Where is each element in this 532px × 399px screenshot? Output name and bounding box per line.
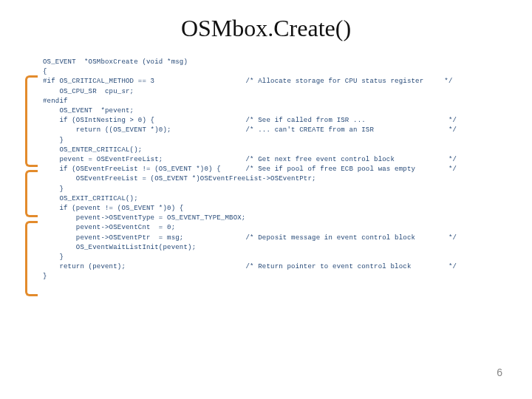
code-line: #if OS_CRITICAL_METHOD == 3 /* Allocate …: [43, 77, 511, 86]
code-line: OS_CPU_SR cpu_sr;: [43, 87, 511, 97]
code-line: OS_EVENT *pevent;: [43, 106, 511, 116]
code-line: OS_EVENT *OSMboxCreate (void *msg): [43, 58, 511, 67]
bracket-annotation: [25, 170, 38, 217]
code-line: }: [43, 136, 511, 146]
code-line: OS_EXIT_CRITICAL();: [43, 194, 511, 204]
code-line: OS_ENTER_CRITICAL();: [43, 146, 511, 155]
code-line: }: [43, 253, 511, 262]
code-line: pevent->OSEventPtr = msg; /* Deposit mes…: [43, 233, 511, 243]
code-line: pevent = OSEventFreeList; /* Get next fr…: [43, 155, 511, 165]
slide-title: OSMbox.Create(): [0, 15, 532, 42]
code-line: pevent->OSEventType = OS_EVENT_TYPE_MBOX…: [43, 214, 511, 223]
code-line: if (OSIntNesting > 0) { /* See if called…: [43, 116, 511, 126]
code-line: OS_EventWaitListInit(pevent);: [43, 243, 511, 253]
bracket-annotation: [25, 221, 38, 296]
code-line: if (pevent != (OS_EVENT *)0) {: [43, 204, 511, 214]
code-line: {: [43, 67, 511, 77]
code-line: }: [43, 185, 511, 194]
code-block: OS_EVENT *OSMboxCreate (void *msg){#if O…: [43, 58, 511, 282]
code-line: if (OSEventFreeList != (OS_EVENT *)0) { …: [43, 165, 511, 174]
page-number: 6: [497, 366, 502, 378]
bracket-annotation: [25, 75, 38, 167]
code-line: OSEventFreeList = (OS_EVENT *)OSEventFre…: [43, 174, 511, 184]
code-line: #endif: [43, 97, 511, 106]
code-line: }: [43, 272, 511, 282]
code-line: return (pevent); /* Return pointer to ev…: [43, 262, 511, 272]
code-line: return ((OS_EVENT *)0); /* ... can't CRE…: [43, 126, 511, 135]
code-line: pevent->OSEventCnt = 0;: [43, 223, 511, 233]
